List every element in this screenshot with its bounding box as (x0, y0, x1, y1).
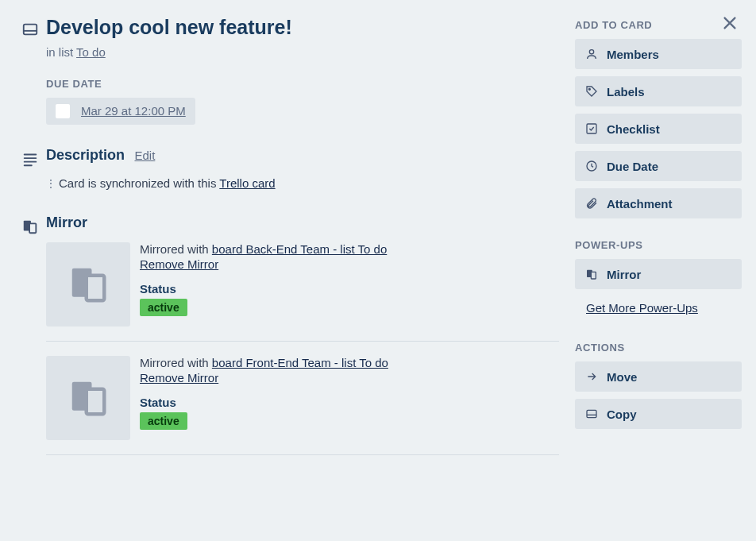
due-date-text: Mar 29 at 12:00 PM (81, 104, 186, 118)
labels-button[interactable]: Labels (575, 76, 742, 106)
close-icon (721, 14, 739, 32)
svg-rect-14 (587, 124, 596, 133)
remove-mirror-link[interactable]: Remove Mirror (140, 257, 218, 271)
checklist-button[interactable]: Checklist (575, 114, 742, 144)
button-label: Labels (607, 85, 645, 99)
mirror-thumb-icon (67, 377, 110, 419)
card-title[interactable]: Develop cool new feature! (46, 14, 559, 41)
attachment-icon (585, 197, 598, 210)
mirror-thumb-icon (67, 263, 110, 306)
mirror-icon (585, 268, 598, 280)
svg-rect-7 (29, 223, 36, 233)
mirror-status-badge: active (140, 299, 187, 316)
get-more-powerups-link[interactable]: Get More Power-Ups (586, 301, 698, 315)
card-icon (585, 408, 598, 420)
mirror-status-badge: active (140, 412, 187, 430)
button-label: Checklist (607, 122, 660, 136)
checklist-icon (585, 122, 598, 135)
arrow-right-icon (585, 370, 598, 383)
mirror-icon (21, 218, 39, 235)
remove-mirror-link[interactable]: Remove Mirror (140, 371, 218, 384)
button-label: Members (607, 48, 659, 61)
copy-button[interactable]: Copy (575, 399, 742, 429)
edit-description-link[interactable]: Edit (134, 149, 155, 162)
description-icon (21, 150, 39, 168)
description-body: ⋮ Card is synchronized with this Trello … (46, 175, 559, 193)
card-list-location: in list To do (46, 45, 559, 59)
mirror-target-link[interactable]: board Back-End Team - list To do (212, 242, 387, 256)
labels-icon (585, 85, 598, 98)
due-date-button[interactable]: Due Date (575, 151, 742, 181)
drag-handle-icon: ⋮ (46, 176, 51, 191)
svg-rect-18 (587, 410, 596, 417)
due-date-label: DUE DATE (46, 78, 559, 90)
svg-rect-0 (24, 25, 37, 35)
mirror-item: Mirrored with board Front-End Team - lis… (46, 356, 559, 455)
mirror-target-link[interactable]: board Front-End Team - list To do (212, 356, 388, 369)
members-button[interactable]: Members (575, 39, 742, 69)
button-label: Move (607, 370, 637, 384)
svg-point-13 (588, 88, 590, 90)
button-label: Due Date (607, 160, 658, 173)
list-link[interactable]: To do (76, 45, 106, 59)
due-date-chip[interactable]: Mar 29 at 12:00 PM (46, 98, 195, 125)
mirror-heading: Mirror (46, 214, 559, 231)
svg-rect-17 (591, 272, 596, 279)
svg-rect-9 (87, 276, 105, 301)
due-date-checkbox[interactable] (56, 104, 70, 118)
mirror-item: Mirrored with board Back-End Team - list… (46, 242, 559, 342)
card-icon (21, 21, 39, 38)
mirror-powerup-button[interactable]: Mirror (575, 259, 742, 289)
svg-point-12 (589, 50, 593, 54)
mirror-thumbnail[interactable] (46, 356, 130, 440)
mirror-thumbnail[interactable] (46, 242, 130, 327)
move-button[interactable]: Move (575, 361, 742, 392)
description-heading: Description (46, 147, 125, 163)
add-to-card-heading: ADD TO CARD (575, 19, 742, 31)
button-label: Mirror (607, 268, 641, 281)
actions-heading: ACTIONS (575, 342, 742, 354)
clock-icon (585, 160, 598, 172)
close-button[interactable] (721, 14, 739, 32)
attachment-button[interactable]: Attachment (575, 188, 742, 218)
mirror-status-label: Status (140, 282, 387, 296)
button-label: Attachment (607, 197, 673, 211)
trello-card-link[interactable]: Trello card (219, 176, 275, 190)
powerups-heading: POWER-UPS (575, 239, 742, 251)
members-icon (585, 48, 598, 60)
button-label: Copy (607, 408, 637, 421)
svg-rect-11 (87, 389, 105, 415)
mirror-status-label: Status (140, 396, 388, 409)
